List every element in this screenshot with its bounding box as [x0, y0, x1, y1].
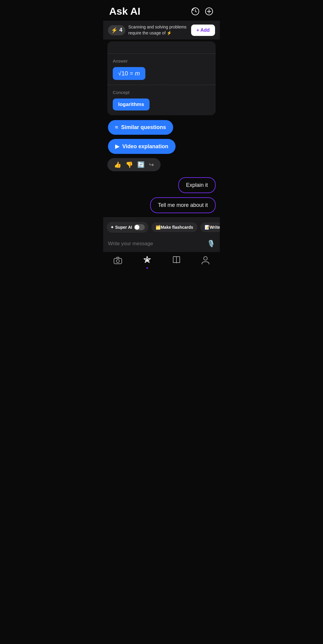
banner: ⚡ 4 Scanning and solving problems requir…	[103, 21, 220, 40]
toggle-knob	[135, 225, 139, 230]
concept-section: Concept logarithms	[107, 85, 216, 115]
credits-count: 4	[119, 27, 122, 33]
credits-badge: ⚡ 4	[108, 25, 125, 35]
similar-questions-button[interactable]: ≈ Similar questions	[108, 120, 173, 135]
nav-star[interactable]	[143, 256, 152, 267]
waves-icon: ≈	[115, 124, 118, 131]
nav-camera[interactable]	[113, 256, 122, 266]
refresh-icon[interactable]: 🔄	[137, 161, 145, 168]
banner-text: Scanning and solving problems require th…	[128, 24, 188, 36]
main-content: Answer √10 = m Concept logarithms ≈ Simi…	[103, 41, 220, 213]
message-input[interactable]	[108, 241, 203, 247]
svg-rect-4	[114, 258, 122, 264]
concept-label: Concept	[113, 90, 210, 95]
tell-more-bubble-container: Tell me more about it	[107, 197, 216, 213]
thumbs-down-icon[interactable]: 👎	[126, 161, 133, 168]
person-icon	[201, 256, 210, 267]
super-ai-label: ✦ Super AI	[110, 225, 132, 230]
explain-it-button[interactable]: Explain it	[178, 177, 216, 193]
video-explanation-button[interactable]: ▶ Video explanation	[108, 139, 176, 154]
write-essay-button[interactable]: 📝Write an essay	[200, 222, 220, 232]
page-title: Ask AI	[109, 5, 141, 17]
header-icons	[191, 7, 214, 16]
play-icon: ▶	[115, 143, 119, 150]
svg-point-5	[116, 260, 119, 263]
microphone-icon[interactable]: 🎙️	[207, 240, 215, 248]
tell-more-button[interactable]: Tell me more about it	[150, 197, 216, 213]
concept-chip: logarithms	[113, 99, 150, 110]
share-icon[interactable]: ↪	[149, 161, 154, 168]
message-input-row: 🎙️	[103, 236, 220, 252]
answer-label: Answer	[113, 58, 210, 63]
card-top	[107, 41, 216, 54]
explain-bubble-container: Explain it	[107, 177, 216, 193]
camera-icon	[113, 256, 122, 266]
svg-point-7	[204, 257, 207, 260]
svg-point-6	[146, 259, 148, 261]
answer-formula: √10 = m	[113, 67, 145, 80]
bottom-nav	[103, 252, 220, 269]
nav-profile[interactable]	[201, 256, 210, 267]
active-nav-indicator	[146, 267, 148, 269]
lightning-icon: ⚡	[111, 27, 118, 34]
answer-card: Answer √10 = m Concept logarithms	[107, 41, 216, 115]
nav-book[interactable]	[172, 256, 181, 266]
thumbs-up-icon[interactable]: 👍	[114, 161, 121, 168]
super-ai-button[interactable]: ✦ Super AI	[107, 222, 148, 233]
answer-section: Answer √10 = m	[107, 54, 216, 85]
header: Ask AI	[103, 0, 220, 21]
make-flashcards-button[interactable]: 🗂️Make flashcards	[151, 222, 197, 232]
feedback-row: 👍 👎 🔄 ↪	[107, 158, 161, 171]
super-ai-toggle[interactable]	[134, 224, 145, 230]
book-icon	[172, 256, 181, 266]
add-credits-button[interactable]: + Add	[191, 25, 215, 36]
history-icon[interactable]	[191, 7, 200, 16]
bottom-toolbar: ✦ Super AI 🗂️Make flashcards 📝Write an e…	[103, 217, 220, 236]
new-chat-icon[interactable]	[204, 7, 214, 16]
star-icon	[143, 256, 152, 267]
